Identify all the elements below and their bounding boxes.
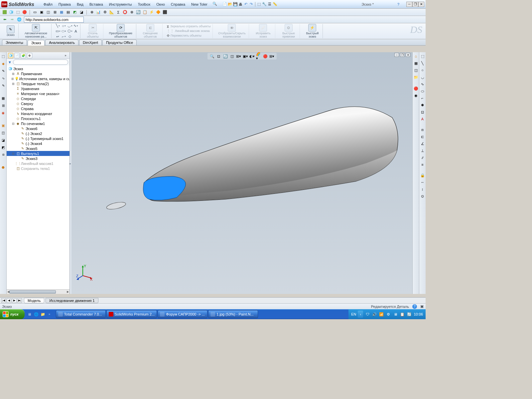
vtool-icon[interactable]: ⊞ bbox=[1, 103, 6, 108]
rtool-ellipse-icon[interactable]: ⬭ bbox=[420, 88, 425, 94]
tray-icon[interactable]: 📋 bbox=[400, 312, 405, 317]
bottom-nav-next-icon[interactable]: ▶ bbox=[12, 298, 17, 303]
plane-tool-icon[interactable]: ◇ bbox=[67, 34, 72, 39]
tb-cursor-icon[interactable]: ⬚ bbox=[15, 10, 21, 15]
tb-icon[interactable]: 🔶 bbox=[156, 10, 161, 15]
tb-icon[interactable]: ▤ bbox=[66, 10, 71, 15]
tray-icon[interactable]: 🛡 bbox=[365, 312, 370, 317]
menu-insert[interactable]: Вставка bbox=[87, 1, 106, 7]
task-button[interactable]: 1.jpg (53%) - Paint.N... bbox=[208, 310, 258, 318]
text-tool-icon[interactable]: A bbox=[73, 29, 78, 34]
circle-tool-icon[interactable]: ○ bbox=[62, 24, 66, 28]
new-doc-icon[interactable]: 📄 bbox=[222, 2, 227, 7]
rtool-icon[interactable]: ↕ bbox=[420, 187, 425, 192]
tray-icon[interactable]: ⚙ bbox=[386, 312, 391, 317]
vtool-icon[interactable]: ◩ bbox=[1, 145, 6, 150]
ql-expand-icon[interactable]: » bbox=[47, 311, 53, 318]
rtool-icon[interactable]: ≡ bbox=[420, 162, 425, 167]
filter-input[interactable] bbox=[13, 60, 68, 65]
vtool-icon[interactable]: ✎ bbox=[1, 68, 6, 73]
vtool-icon[interactable]: ✎ bbox=[1, 83, 6, 88]
undo-icon[interactable]: ↶ bbox=[243, 2, 249, 7]
spline-tool-icon[interactable]: ∿ bbox=[73, 24, 78, 28]
tb-icon[interactable]: ▣ bbox=[39, 10, 44, 15]
feature-tree[interactable]: 🧊Эскиз⊞AПримечания⊞💡Источники света, кам… bbox=[7, 66, 69, 289]
bottom-nav-prev-icon[interactable]: ◀ bbox=[7, 298, 11, 303]
ribbon-rapid[interactable]: ⚡ Быстрый эскиз bbox=[302, 24, 323, 38]
tree-node[interactable]: ⊞💡Источники света, камеры и сцены bbox=[7, 76, 69, 81]
panel-tab-config-icon[interactable]: 📄 bbox=[14, 53, 20, 58]
vtool-icon[interactable]: ◆ bbox=[1, 61, 6, 66]
print-icon[interactable]: 🖶 bbox=[238, 2, 243, 7]
rtool-spline-icon[interactable]: ∿ bbox=[420, 81, 425, 87]
vtool-icon[interactable]: ▣ bbox=[1, 123, 6, 128]
tree-node[interactable]: ◇Сверху bbox=[7, 101, 69, 106]
tree-expand-icon[interactable]: ⊟ bbox=[11, 122, 15, 125]
rect-tool-icon[interactable]: ▭ bbox=[56, 29, 60, 34]
status-lock-icon[interactable]: ▣ bbox=[420, 304, 424, 309]
rtool-line-icon[interactable]: ╲ bbox=[420, 61, 425, 66]
tree-expand-icon[interactable]: ⊟ bbox=[11, 152, 15, 155]
tb-icon[interactable]: ⭕ bbox=[122, 10, 128, 15]
tb-icon[interactable]: Σ bbox=[116, 10, 121, 15]
nav-globe-icon[interactable]: 🌐 bbox=[17, 17, 22, 22]
search-icon[interactable]: 🔍 bbox=[212, 1, 217, 7]
panel-tab-prop-icon[interactable]: 🧩 bbox=[21, 53, 26, 58]
rtool-icon[interactable]: ⊡ bbox=[420, 109, 425, 115]
tb-icon[interactable]: 🟩 bbox=[2, 10, 7, 15]
rtool-icon[interactable]: ⫽ bbox=[420, 155, 425, 160]
vtool-icon[interactable]: ∿ bbox=[1, 75, 6, 81]
rtool-point-icon[interactable]: ✱ bbox=[420, 102, 425, 108]
tb-icon[interactable]: ◩ bbox=[72, 10, 77, 15]
tree-node[interactable]: ✎Эскиз6 bbox=[7, 126, 69, 131]
tray-expand-icon[interactable]: ‹ bbox=[358, 311, 363, 318]
vtool-icon[interactable]: ▦ bbox=[1, 95, 6, 101]
close-button[interactable]: ✕ bbox=[418, 2, 424, 7]
tree-node[interactable]: ⊞AПримечания bbox=[7, 71, 69, 76]
help-icon[interactable]: ? bbox=[396, 2, 401, 7]
nav-fwd-icon[interactable]: ➡ bbox=[9, 17, 15, 22]
rtool-folder-icon[interactable]: 📁 bbox=[413, 74, 419, 80]
ribbon-trim[interactable]: ✂ Отсечь объекты bbox=[82, 24, 103, 38]
tb-icon[interactable]: 📋 bbox=[142, 10, 148, 15]
arc-tool-icon[interactable]: ◡ bbox=[67, 24, 72, 28]
ribbon-snaps[interactable]: ⊙ Быстрые привязки bbox=[277, 24, 300, 38]
tree-hscrollbar[interactable]: ◀ ▶ bbox=[7, 289, 69, 294]
tb-icon[interactable]: ⊕ bbox=[89, 10, 94, 15]
orientation-triad-icon[interactable]: Y X Z bbox=[76, 264, 93, 281]
tree-node[interactable]: ≡Материал <не указан> bbox=[7, 91, 69, 96]
tree-node[interactable]: ◇Плоскость1 bbox=[7, 116, 69, 121]
tb-icon[interactable]: ⊗ bbox=[129, 10, 134, 15]
nav-back-icon[interactable]: ⬅ bbox=[2, 17, 7, 22]
tab-sketch[interactable]: Эскиз bbox=[28, 40, 45, 46]
rtool-icon[interactable]: ▦ bbox=[413, 61, 419, 66]
options-icon[interactable]: ☰ bbox=[267, 2, 272, 7]
rtool-sphere-icon[interactable]: 🔴 bbox=[413, 86, 419, 91]
task-button[interactable]: Total Commander 7.0... bbox=[56, 310, 106, 318]
rebuild-icon[interactable]: 🔧 bbox=[262, 2, 267, 7]
menu-file[interactable]: Файл bbox=[41, 1, 55, 7]
status-help-icon[interactable]: ? bbox=[412, 304, 417, 309]
viewport-3d[interactable]: 🔍 ⊡ 🔄 ◫ ⊞▾ ▣▾ ◐▾ 🌈▾ 🔴 ⊞▾ ─ ❐ ✕ bbox=[71, 52, 412, 294]
menu-newtoler[interactable]: New Toler bbox=[189, 1, 210, 7]
vtool-icon[interactable]: ⧈ bbox=[1, 152, 6, 157]
bottom-tab-motion[interactable]: Исследование движения 1 bbox=[46, 298, 98, 303]
menu-edit[interactable]: Правка bbox=[56, 1, 73, 7]
ribbon-move-label[interactable]: Переместить объекты bbox=[171, 34, 201, 37]
tb-icon[interactable]: ⚡ bbox=[149, 10, 154, 15]
tree-expand-icon[interactable]: ⊞ bbox=[11, 72, 15, 75]
tray-lang[interactable]: EN bbox=[351, 312, 356, 316]
tree-expand-icon[interactable]: ⊞ bbox=[11, 82, 15, 85]
ql-desktop-icon[interactable]: 🖥 bbox=[27, 311, 33, 318]
rtool-select-icon[interactable]: ⬚ bbox=[420, 54, 425, 59]
rtool-icon[interactable]: 🔒 bbox=[420, 173, 425, 178]
tab-dimxpert[interactable]: DimXpert bbox=[79, 40, 102, 45]
tray-icon[interactable]: 🔄 bbox=[407, 312, 412, 317]
vtool-icon[interactable]: ◫ bbox=[1, 130, 6, 135]
scrollbar-thumb[interactable] bbox=[9, 290, 56, 294]
open-icon[interactable]: 📂 bbox=[227, 2, 233, 7]
rtool-arc-icon[interactable]: ◡ bbox=[420, 74, 425, 80]
minimize-button[interactable]: ─ bbox=[406, 2, 412, 7]
tree-root[interactable]: 🧊Эскиз bbox=[7, 66, 69, 71]
move-icon[interactable]: ✥ bbox=[167, 34, 170, 38]
